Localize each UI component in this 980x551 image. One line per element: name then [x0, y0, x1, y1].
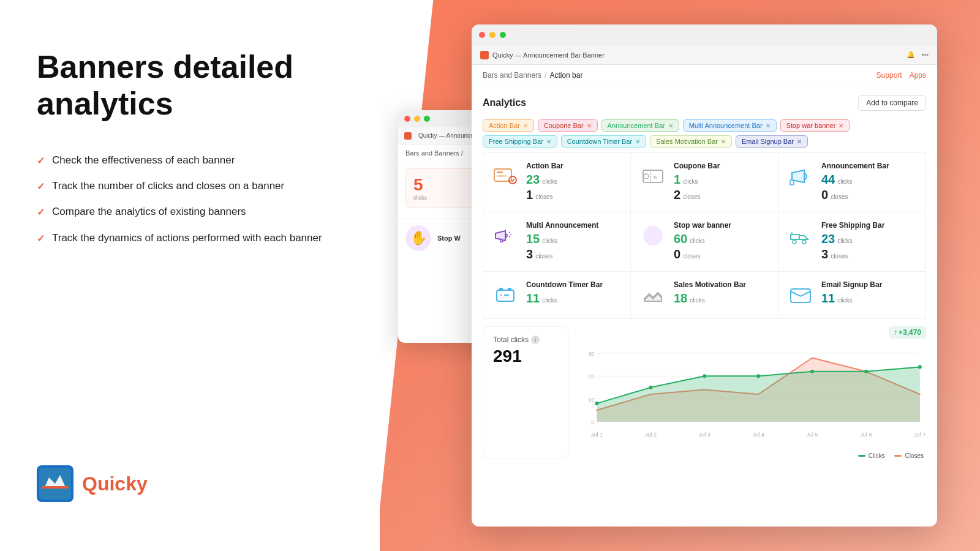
check-icon: ✓	[37, 232, 45, 246]
tab-actions: 🔔 •••	[907, 51, 929, 59]
chart-area: ↑ +3,470 0102030Jul 1Jul 2Jul 3Jul 4Jul …	[578, 326, 926, 459]
tag-close[interactable]: ✕	[839, 122, 843, 129]
filter-tags: Action Bar✕Coupone Bar✕Announcement Bar✕…	[472, 117, 937, 152]
dot-red	[404, 116, 410, 122]
clicks-label: clicks	[837, 238, 852, 244]
banner-icon	[491, 221, 520, 250]
nav-links: Support Apps	[876, 71, 926, 80]
banners-grid: Action Bar 23 clicks 1 closes % Coupone …	[483, 152, 926, 319]
more-icon[interactable]: •••	[921, 51, 929, 59]
closes-legend-dot	[894, 455, 902, 457]
clicks-label: clicks	[837, 297, 852, 304]
closes-row: 3 closes	[821, 247, 918, 261]
closes-row: 3 closes	[526, 247, 623, 261]
banner-card: Free Shipping Bar 23 clicks 3 closes	[778, 212, 926, 272]
tag-close[interactable]: ✕	[721, 138, 726, 145]
clicks-row: 18 clicks	[674, 291, 771, 305]
banner-info: Action Bar 23 clicks 1 closes	[526, 162, 623, 203]
feature-list: ✓Check the effectiveness of each banner✓…	[37, 153, 343, 246]
dot-green	[500, 32, 506, 38]
feature-item: ✓Track the number of clicks and closes o…	[37, 179, 343, 193]
closes-label: closes	[535, 253, 552, 260]
filter-tag[interactable]: Countdown Timer Bar✕	[561, 135, 646, 148]
filter-tag[interactable]: Sales Motivation Bar✕	[650, 135, 732, 148]
svg-text:Jul 3: Jul 3	[699, 432, 710, 438]
tag-label: Free Shipping Bar	[489, 138, 543, 145]
clicks-row: 23 clicks	[526, 173, 623, 187]
svg-point-39	[756, 374, 760, 378]
clicks-value: 15	[526, 232, 540, 246]
tag-close[interactable]: ✕	[668, 122, 673, 129]
banner-card: Email Signup Bar 11 clicks	[778, 272, 926, 319]
closes-row: 0 closes	[821, 188, 918, 202]
filter-tag[interactable]: Coupone Bar✕	[538, 119, 598, 132]
closes-value: 0	[674, 247, 680, 261]
clicks-label: clicks	[690, 238, 704, 244]
closes-label: closes	[831, 253, 848, 260]
filter-tag[interactable]: Email Signup Bar✕	[736, 135, 808, 148]
tag-label: Countdown Timer Bar	[567, 138, 632, 145]
dot-yellow	[414, 116, 420, 122]
closes-label: closes	[683, 253, 700, 260]
chart-svg: 0102030Jul 1Jul 2Jul 3Jul 4Jul 5Jul 6Jul…	[578, 339, 926, 449]
banner-name: Announcement Bar	[821, 162, 918, 170]
banner-info: Countdown Timer Bar 11 clicks	[526, 280, 623, 308]
closes-value: 3	[821, 247, 828, 261]
tag-close[interactable]: ✕	[546, 138, 551, 145]
bell-icon[interactable]: 🔔	[907, 51, 915, 59]
clicks-label: clicks	[837, 178, 852, 185]
clicks-label: clicks	[542, 238, 557, 244]
main-tab-bar: Quicky — Announcement Bar Banner 🔔 •••	[472, 45, 937, 65]
breadcrumb-parent[interactable]: Bars and Banners	[483, 71, 541, 80]
clicks-legend-label: Clicks	[869, 452, 885, 459]
svg-point-13	[793, 240, 796, 244]
closes-label: closes	[831, 193, 848, 200]
svg-rect-4	[497, 171, 503, 173]
closes-label: closes	[535, 193, 552, 200]
tag-label: Stop war banner	[786, 122, 836, 129]
tag-close[interactable]: ✕	[766, 122, 771, 129]
closes-label: closes	[683, 193, 700, 200]
tag-label: Announcement Bar	[608, 122, 665, 129]
clicks-value: 18	[674, 291, 687, 305]
right-panel: Quicky — Announcement Ba Bars and Banner…	[380, 0, 980, 551]
filter-tag[interactable]: Multi Announcement Bar✕	[683, 119, 777, 132]
banner-name: Stop war banner	[674, 221, 771, 230]
add-compare-button[interactable]: Add to compare	[858, 95, 926, 111]
stop-war-icon: ✋	[405, 225, 431, 251]
svg-text:Jul 5: Jul 5	[806, 432, 818, 438]
page-title: Banners detailed analytics	[37, 49, 343, 122]
banner-name: Action Bar	[526, 162, 623, 170]
tag-close[interactable]: ✕	[523, 122, 528, 129]
total-clicks-value: 291	[493, 347, 558, 366]
closes-value: 0	[821, 188, 828, 202]
clicks-value: 11	[526, 291, 540, 305]
svg-point-41	[864, 370, 868, 373]
filter-tag[interactable]: Action Bar✕	[483, 119, 534, 132]
tag-close[interactable]: ✕	[587, 122, 592, 129]
svg-point-40	[810, 370, 814, 373]
tag-close[interactable]: ✕	[797, 138, 802, 145]
tag-close[interactable]: ✕	[635, 138, 640, 145]
clicks-row: 44 clicks	[821, 173, 918, 187]
filter-tag[interactable]: Announcement Bar✕	[601, 119, 679, 132]
svg-text:30: 30	[588, 351, 594, 357]
breadcrumb-current: Action bar	[549, 71, 582, 80]
svg-point-36	[595, 402, 598, 405]
apps-link[interactable]: Apps	[910, 71, 926, 80]
svg-point-37	[649, 386, 652, 389]
svg-rect-16	[499, 288, 503, 290]
filter-tag[interactable]: Free Shipping Bar✕	[483, 135, 557, 148]
banner-icon	[786, 162, 815, 191]
svg-point-42	[918, 365, 922, 369]
stop-war-text: Stop W	[437, 234, 461, 242]
banner-info: Email Signup Bar 11 clicks	[821, 280, 918, 308]
support-link[interactable]: Support	[876, 71, 902, 80]
clicks-value: 1	[674, 173, 680, 187]
left-content: Banners detailed analytics ✓Check the ef…	[37, 49, 343, 246]
banner-card: Announcement Bar 44 clicks 0 closes	[778, 153, 926, 212]
filter-tag[interactable]: Stop war banner✕	[780, 119, 850, 132]
svg-text:Jul 1: Jul 1	[591, 432, 603, 438]
clicks-row: 11 clicks	[821, 291, 918, 305]
svg-rect-2	[42, 486, 69, 489]
